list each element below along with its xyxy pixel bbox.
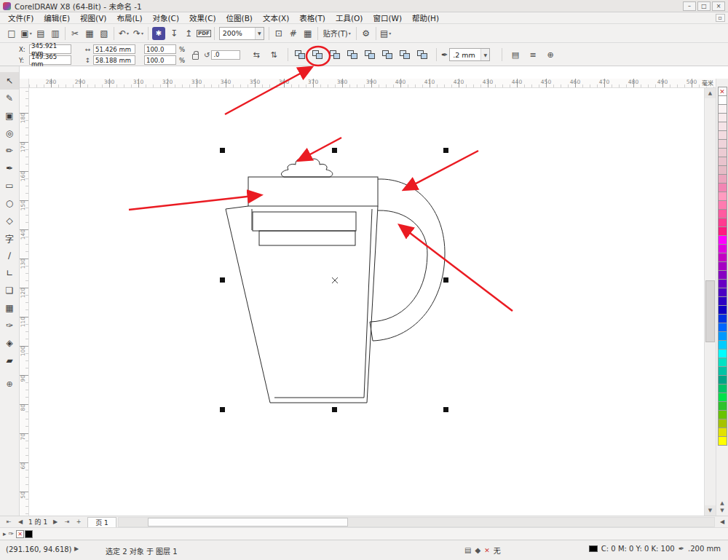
palette-swatch-39[interactable] (718, 436, 727, 446)
redo-button[interactable]: ↷▾ (131, 26, 146, 41)
menu-item-1[interactable]: 编辑(E) (39, 12, 75, 23)
menu-item-4[interactable]: 对象(C) (148, 12, 185, 23)
new-document-button[interactable]: □ (4, 26, 19, 41)
menu-item-8[interactable]: 表格(T) (294, 12, 331, 23)
ellipse-tool[interactable]: ○ (0, 194, 19, 212)
maximize-button[interactable]: □ (697, 1, 711, 11)
menu-item-10[interactable]: 窗口(W) (368, 12, 407, 23)
simplify-button[interactable] (344, 46, 361, 63)
eyedropper-icon[interactable]: ✑ (9, 530, 15, 537)
menu-item-11[interactable]: 帮助(H) (407, 12, 444, 23)
wrap-paragraph-text-button[interactable]: ▤ (507, 46, 524, 63)
text-tool[interactable]: 字 (0, 229, 19, 247)
document-palette-flyout-icon[interactable]: ▸ (3, 530, 7, 537)
outline-width-combo[interactable]: .2 mm ▼ (449, 48, 490, 61)
options-button[interactable]: ⚙ (359, 26, 373, 41)
shape-tool[interactable]: ✎ (0, 90, 19, 107)
close-button[interactable]: × (712, 1, 725, 11)
vertical-ruler[interactable]: 1801701601501401301201101009080706050 (20, 88, 29, 516)
mesh-fill-tool[interactable]: ▦ (0, 299, 19, 317)
publish-pdf-button[interactable]: PDF (196, 26, 212, 41)
combine-button[interactable] (414, 46, 431, 63)
search-content-button[interactable]: ✱ (152, 27, 165, 40)
y-position-field[interactable]: 149.365 mm (29, 55, 71, 65)
copy-button[interactable]: ▦ (82, 26, 97, 41)
snap-to-button[interactable]: 贴齐(T) ▾ (320, 26, 354, 41)
rectangle-tool[interactable]: ▭ (0, 177, 19, 194)
front-minus-back-button[interactable] (361, 46, 379, 63)
ruler-origin[interactable] (20, 79, 29, 88)
palette-scroll-icons[interactable]: ▲▼ (716, 500, 728, 514)
document-palette-swatch-none[interactable]: ✕ (16, 530, 24, 538)
full-screen-preview-button[interactable]: ⊡ (272, 26, 286, 41)
smart-fill-tool[interactable]: ▰ (0, 352, 19, 369)
save-button[interactable]: ▤ (33, 26, 48, 41)
cut-button[interactable]: ✂ (68, 26, 82, 41)
vertical-scroll-thumb[interactable] (705, 280, 715, 342)
prev-page-button[interactable]: ◀ (15, 517, 26, 527)
drawing-canvas[interactable] (29, 88, 704, 516)
back-minus-front-button[interactable] (379, 46, 396, 63)
chevron-down-icon[interactable]: ▼ (255, 28, 264, 39)
color-eyedropper-tool[interactable]: ✑ (0, 317, 19, 334)
menu-item-6[interactable]: 位图(B) (221, 12, 258, 23)
scroll-left-icon[interactable]: ◀ (716, 517, 728, 527)
menu-item-5[interactable]: 效果(C) (184, 12, 221, 23)
horizontal-scroll-thumb[interactable] (148, 518, 348, 527)
last-page-button[interactable]: ⇥ (61, 517, 73, 527)
horizontal-ruler[interactable]: 毫米 2802903003103203303403503603703803904… (29, 79, 716, 88)
open-button[interactable]: ▣▾ (19, 26, 33, 41)
parallel-dimension-tool[interactable]: ∕ (0, 247, 19, 264)
paste-button[interactable]: ▧ (97, 26, 111, 41)
trim-button[interactable] (309, 46, 326, 63)
export-button[interactable]: ↥ (181, 26, 196, 41)
rotation-angle-field[interactable]: .0 (211, 50, 240, 60)
print-button[interactable]: ▥ (48, 26, 63, 41)
undo-button[interactable]: ↶▾ (116, 26, 131, 41)
next-page-button[interactable]: ▶ (50, 517, 61, 527)
menu-item-0[interactable]: 文件(F) (3, 12, 39, 23)
object-height-field[interactable]: 58.188 mm (93, 55, 135, 65)
menu-item-7[interactable]: 文本(X) (258, 12, 294, 23)
menu-item-3[interactable]: 布局(L) (111, 12, 147, 23)
more-tools-button[interactable]: ⊕ (0, 375, 19, 393)
vertical-scrollbar[interactable]: ▲ ▼ (704, 88, 716, 516)
document-palette-swatch-1[interactable] (25, 530, 33, 538)
application-launcher-button[interactable]: ▤ ▾ (379, 26, 393, 41)
intersect-button[interactable] (326, 46, 344, 63)
crop-tool[interactable]: ▣ (0, 107, 19, 125)
connector-tool[interactable]: ∟ (0, 264, 19, 282)
scale-x-field[interactable]: 100.0 (144, 44, 176, 54)
artistic-media-tool[interactable]: ✒ (0, 159, 19, 177)
zoom-level-combo[interactable]: 200% ▼ (219, 27, 264, 40)
minimize-button[interactable]: – (683, 1, 696, 11)
show-rulers-button[interactable]: # (286, 26, 301, 41)
horizontal-scrollbar[interactable] (118, 517, 715, 527)
chevron-down-icon[interactable]: ▼ (480, 49, 489, 60)
mirror-horizontal-button[interactable]: ⇆ (248, 46, 265, 63)
play-icon[interactable]: ▶ (74, 545, 79, 552)
first-page-button[interactable]: ⇤ (3, 517, 15, 527)
pick-tool[interactable]: ↖ (0, 72, 19, 90)
show-grid-button[interactable]: ▦ (301, 26, 315, 41)
lock-ratio-button[interactable] (186, 46, 204, 63)
menu-item-9[interactable]: 工具(O) (331, 12, 368, 23)
menu-item-2[interactable]: 视图(V) (75, 12, 111, 23)
polygon-tool[interactable]: ◇ (0, 212, 19, 229)
import-button[interactable]: ↧ (167, 26, 181, 41)
create-boundary-button[interactable] (396, 46, 414, 63)
quick-customize-button[interactable]: ⊕ (542, 46, 559, 63)
object-width-field[interactable]: 51.426 mm (93, 44, 135, 54)
object-info-icon[interactable]: ▤ (464, 546, 471, 554)
scroll-up-icon[interactable]: ▲ (705, 88, 716, 98)
document-restore-icon[interactable]: ▫ (716, 14, 725, 22)
mirror-vertical-button[interactable]: ⇅ (265, 46, 282, 63)
weld-button[interactable] (291, 46, 309, 63)
align-and-distribute-button[interactable]: ≡ (524, 46, 542, 63)
add-page-button[interactable]: + (73, 517, 84, 527)
freehand-tool[interactable]: ✏ (0, 142, 19, 159)
scroll-down-icon[interactable]: ▼ (705, 505, 716, 516)
interactive-fill-tool[interactable]: ◈ (0, 334, 19, 352)
zoom-tool[interactable]: ◎ (0, 125, 19, 142)
page-tab[interactable]: 页 1 (87, 517, 116, 527)
